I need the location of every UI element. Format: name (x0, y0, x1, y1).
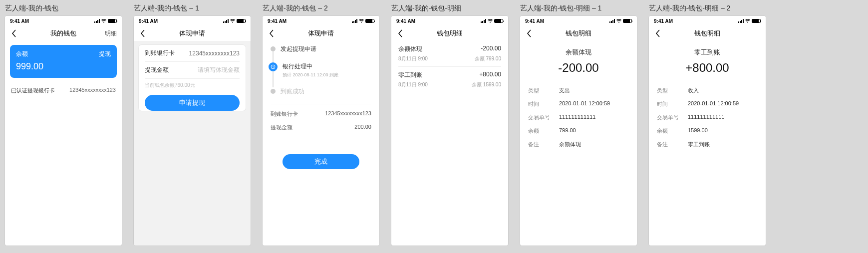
tx-title: 余额体现 (398, 45, 422, 53)
kv-key: 交易单号 (657, 114, 681, 121)
bank-input-row[interactable]: 到账银行卡 12345xxxxxxxx123 (145, 45, 240, 62)
kv-value: 收入 (688, 87, 699, 94)
detail-kv-row: 交易单号111111111111 (528, 111, 629, 124)
detail-kv-row: 备注余额体现 (528, 138, 629, 151)
kv-key: 备注 (528, 141, 552, 148)
balance-amount: 999.00 (16, 61, 111, 72)
detail-kv-row: 备注零工到账 (657, 138, 758, 151)
amount-input-row[interactable]: 提现金额 请填写体现金额 (145, 62, 240, 79)
bank-input-label: 到账银行卡 (145, 49, 175, 57)
transaction-row[interactable]: 余额体现-200.008月11日 9:00余额 799.00 (391, 41, 508, 66)
artboard-title: 艺人端-我的-钱包 – 2 (263, 4, 379, 13)
kv-value: 零工到账 (688, 141, 710, 148)
tx-balance: 余额 799.00 (475, 55, 501, 62)
kv-value: 2020-01-01 12:00:59 (688, 100, 739, 108)
detail-title: 零工到账 (649, 48, 766, 57)
detail-kv-row: 时间2020-01-01 12:00:59 (657, 97, 758, 111)
status-bar: 9:41 AM (263, 16, 379, 26)
bank-input-value: 12345xxxxxxxx123 (189, 50, 240, 57)
balance-card: 余额 提现 999.00 (10, 45, 117, 78)
clock-icon (269, 62, 278, 71)
kv-value: 支出 (559, 87, 570, 94)
status-time: 9:41 AM (10, 18, 29, 24)
kv-value: 余额体现 (559, 141, 581, 148)
signal-icon (94, 19, 100, 23)
detail-kv-row: 交易单号111111111111 (657, 111, 758, 124)
kv-row: 到账银行卡 12345xxxxxxxx123 (263, 107, 379, 121)
battery-icon (623, 19, 632, 23)
submit-withdraw-button[interactable]: 申请提现 (145, 95, 240, 111)
artboard-title: 艺人端-我的-钱包 (5, 4, 122, 13)
signal-icon (738, 19, 744, 23)
status-time: 9:41 AM (654, 18, 673, 24)
kv-row: 提现金额 200.00 (263, 121, 379, 134)
step-subtitle: 预计 2020-08-11 12:00 到账 (283, 72, 338, 78)
transaction-row[interactable]: 零工到账+800.008月11日 9:00余额 1599.00 (391, 67, 508, 92)
done-button[interactable]: 完成 (283, 154, 359, 169)
tx-amount: +800.00 (479, 71, 501, 79)
battery-icon (365, 19, 374, 23)
bank-row[interactable]: 已认证提现银行卡 12345xxxxxxxx123 (5, 83, 122, 98)
status-time: 9:41 AM (525, 18, 544, 24)
kv-key: 余额 (528, 127, 552, 135)
kv-value: 799.00 (559, 127, 576, 135)
status-time: 9:41 AM (268, 18, 287, 24)
nav-title: 钱包明细 (566, 29, 591, 38)
kv-value: 12345xxxxxxxx123 (325, 110, 371, 118)
detail-kv-row: 余额799.00 (528, 124, 629, 138)
step-title: 银行处理中 (283, 62, 338, 71)
detail-kv-row: 余额1599.00 (657, 124, 758, 138)
timeline-step: 银行处理中 预计 2020-08-11 12:00 到账 (271, 62, 371, 87)
bank-label: 已认证提现银行卡 (11, 87, 55, 94)
nav-title: 体现申请 (179, 29, 205, 38)
kv-value: 200.00 (354, 124, 371, 131)
balance-hint: 当前钱包余额760.00元 (145, 79, 240, 95)
battery-icon (108, 19, 117, 23)
wifi-icon (101, 19, 106, 23)
signal-icon (223, 19, 229, 23)
status-bar: 9:41 AM (134, 16, 251, 26)
tx-amount: -200.00 (481, 45, 501, 53)
battery-icon (752, 19, 761, 23)
balance-label: 余额 (16, 50, 28, 58)
timeline-step: 到账成功 (271, 87, 371, 100)
kv-key: 类型 (528, 87, 552, 94)
nav-title: 我的钱包 (50, 29, 76, 38)
step-dot-icon (271, 46, 276, 51)
amount-input-label: 提现金额 (145, 66, 169, 74)
step-title: 发起提现申请 (281, 45, 316, 53)
wifi-icon (359, 19, 364, 23)
kv-value: 111111111111 (559, 114, 595, 121)
detail-amount: +800.00 (649, 61, 766, 75)
step-dot-icon (271, 89, 276, 94)
signal-icon (609, 19, 615, 23)
detail-amount: -200.00 (520, 61, 637, 75)
kv-key: 到账银行卡 (271, 110, 298, 118)
back-button[interactable] (7, 26, 21, 41)
back-button[interactable] (522, 26, 536, 41)
status-time: 9:41 AM (396, 18, 415, 24)
back-button[interactable] (136, 26, 150, 41)
timeline-step: 发起提现申请 (271, 45, 371, 62)
amount-input-placeholder: 请填写体现金额 (198, 66, 240, 74)
artboard-title: 艺人端-我的-钱包-明细 (391, 4, 508, 13)
tx-time: 8月11日 9:00 (398, 55, 428, 62)
battery-icon (237, 19, 246, 23)
kv-value: 111111111111 (688, 114, 724, 121)
nav-right-detail[interactable]: 明细 (105, 26, 117, 41)
status-bar: 9:41 AM (5, 16, 122, 26)
kv-value: 2020-01-01 12:00:59 (559, 100, 610, 108)
step-title: 到账成功 (281, 87, 304, 96)
back-button[interactable] (393, 26, 407, 41)
back-button[interactable] (651, 26, 665, 41)
status-bar: 9:41 AM (520, 16, 637, 26)
signal-icon (481, 19, 486, 23)
tx-title: 零工到账 (398, 71, 422, 79)
back-button[interactable] (265, 26, 279, 41)
withdraw-link[interactable]: 提现 (99, 50, 111, 58)
tx-time: 8月11日 9:00 (398, 81, 428, 88)
artboard-title: 艺人端-我的-钱包-明细 – 1 (520, 4, 637, 13)
battery-icon (494, 19, 503, 23)
status-bar: 9:41 AM (649, 16, 766, 26)
kv-value: 1599.00 (688, 127, 708, 135)
